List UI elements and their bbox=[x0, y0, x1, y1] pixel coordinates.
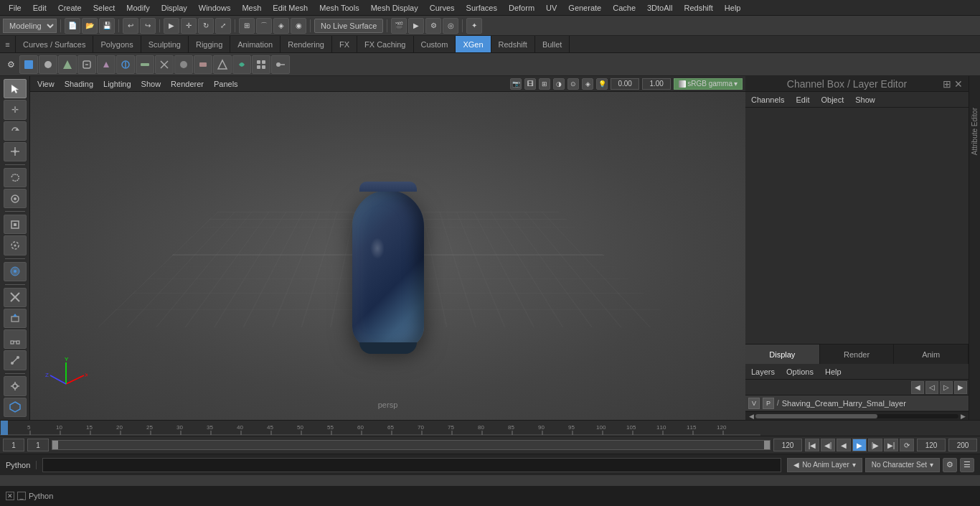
tab-xgen[interactable]: XGen bbox=[456, 36, 491, 52]
tab-fx[interactable]: FX bbox=[332, 36, 357, 52]
extrude-button[interactable] bbox=[4, 309, 27, 328]
xgen-icon[interactable]: ✦ bbox=[466, 18, 482, 34]
range-start-thumb[interactable] bbox=[52, 441, 58, 449]
loop-button[interactable]: ⟳ bbox=[900, 439, 914, 451]
tab-sculpting[interactable]: Sculpting bbox=[141, 36, 189, 52]
xgen-btn-1[interactable] bbox=[19, 55, 38, 74]
layer-prev-btn[interactable]: ◀ bbox=[911, 381, 924, 394]
max-frame-input[interactable] bbox=[917, 439, 946, 451]
total-frames-input[interactable] bbox=[948, 439, 977, 451]
xgen-btn-11[interactable] bbox=[213, 55, 232, 74]
viewport-menu-renderer[interactable]: Renderer bbox=[166, 76, 208, 91]
vp-xray-btn[interactable]: ⊙ bbox=[567, 78, 579, 90]
cb-tab-display[interactable]: Display bbox=[745, 345, 820, 364]
no-live-surface-button[interactable]: No Live Surface bbox=[314, 19, 383, 33]
menu-mesh[interactable]: Mesh bbox=[236, 2, 267, 14]
menu-redshift[interactable]: Redshift bbox=[678, 2, 718, 14]
select-tool[interactable]: ▶ bbox=[164, 18, 179, 34]
layer-prev2-btn[interactable]: ◁ bbox=[925, 381, 938, 394]
select-tool-button[interactable] bbox=[4, 79, 27, 98]
connect-button[interactable] bbox=[4, 350, 27, 370]
no-char-set-button[interactable]: No Character Set ▾ bbox=[865, 458, 940, 472]
skip-to-start-button[interactable]: |◀ bbox=[805, 439, 819, 451]
snap-btn-2[interactable] bbox=[4, 235, 27, 255]
layer-row-1[interactable]: V P / Shaving_Cream_Harry_Smal_layer bbox=[745, 395, 969, 411]
pivot-button[interactable] bbox=[4, 376, 27, 395]
tab-rigging[interactable]: Rigging bbox=[189, 36, 230, 52]
cb-menu-edit[interactable]: Edit bbox=[790, 92, 815, 107]
python-tab-label[interactable]: Python bbox=[6, 461, 30, 469]
multi-cut-button[interactable] bbox=[4, 288, 27, 307]
menu-mesh-display[interactable]: Mesh Display bbox=[365, 2, 424, 14]
tab-redshift[interactable]: Redshift bbox=[491, 36, 535, 52]
menu-modify[interactable]: Modify bbox=[121, 2, 155, 14]
xgen-btn-7[interactable] bbox=[136, 55, 154, 74]
paint-select-button[interactable] bbox=[4, 189, 27, 208]
tab-rendering[interactable]: Rendering bbox=[281, 36, 332, 52]
vp-shading-btn[interactable]: ◑ bbox=[553, 78, 565, 90]
range-end-thumb[interactable] bbox=[764, 441, 770, 449]
snap-tool-button[interactable] bbox=[4, 215, 27, 234]
viewport-menu-show[interactable]: Show bbox=[137, 76, 166, 91]
menu-edit[interactable]: Edit bbox=[27, 2, 52, 14]
xgen-btn-13[interactable] bbox=[252, 55, 270, 74]
tab-bullet[interactable]: Bullet bbox=[535, 36, 570, 52]
xgen-btn-10[interactable] bbox=[194, 55, 212, 74]
render-view-button[interactable]: 🎬 bbox=[391, 18, 407, 34]
cb-menu-channels[interactable]: Channels bbox=[745, 92, 790, 107]
cb-menu-object[interactable]: Object bbox=[815, 92, 849, 107]
snap-view[interactable]: ◉ bbox=[291, 18, 306, 34]
layers-menu-help[interactable]: Help bbox=[819, 364, 847, 379]
xgen-side-button[interactable] bbox=[4, 398, 27, 417]
menu-generate[interactable]: Generate bbox=[562, 2, 607, 14]
vp-lighting2-btn[interactable]: 💡 bbox=[596, 78, 608, 90]
frame-start-input[interactable] bbox=[27, 439, 49, 451]
vp-camera-btn[interactable]: 📷 bbox=[510, 78, 522, 90]
workspace-select[interactable]: Modeling bbox=[3, 19, 57, 33]
timeline[interactable]: 5 10 15 20 25 30 35 40 45 50 55 60 65 70… bbox=[0, 420, 980, 436]
menu-curves[interactable]: Curves bbox=[424, 2, 461, 14]
xgen-btn-12[interactable] bbox=[232, 55, 251, 74]
step-forward-button[interactable]: |▶ bbox=[868, 439, 882, 451]
new-scene-button[interactable]: 📄 bbox=[65, 18, 80, 34]
menu-display[interactable]: Display bbox=[156, 2, 193, 14]
vp-film-btn[interactable]: 🎞 bbox=[524, 78, 536, 90]
soft-select-button[interactable] bbox=[4, 262, 27, 281]
bridge-button[interactable] bbox=[4, 329, 27, 349]
undo-button[interactable]: ↩ bbox=[123, 18, 138, 34]
viewport-menu-shading[interactable]: Shading bbox=[60, 76, 98, 91]
skip-to-end-button[interactable]: ▶| bbox=[884, 439, 898, 451]
viewport-menu-view[interactable]: View bbox=[33, 76, 59, 91]
cb-tab-anim[interactable]: Anim bbox=[894, 345, 969, 364]
rotate-tool[interactable]: ↻ bbox=[198, 18, 214, 34]
layer-next2-btn[interactable]: ▷ bbox=[940, 381, 953, 394]
menu-surfaces[interactable]: Surfaces bbox=[461, 2, 503, 14]
settings-icon[interactable]: ⚙ bbox=[3, 57, 19, 72]
xgen-btn-4[interactable] bbox=[77, 55, 96, 74]
scale-tool[interactable]: ⤢ bbox=[215, 18, 231, 34]
scroll-track[interactable] bbox=[755, 414, 958, 418]
menu-windows[interactable]: Windows bbox=[193, 2, 237, 14]
layer-visibility-toggle[interactable]: V bbox=[748, 398, 760, 409]
snap-grid[interactable]: ⊞ bbox=[239, 18, 255, 34]
play-forward-button[interactable]: ▶ bbox=[852, 439, 867, 451]
xgen-btn-2[interactable] bbox=[39, 55, 57, 74]
python-window-close[interactable]: ✕ bbox=[6, 492, 14, 500]
render-settings-button[interactable]: ⚙ bbox=[425, 18, 441, 34]
redo-button[interactable]: ↪ bbox=[140, 18, 156, 34]
move-tool[interactable]: ✛ bbox=[181, 18, 197, 34]
tab-fx-caching[interactable]: FX Caching bbox=[357, 36, 413, 52]
scroll-left-arrow[interactable]: ◀ bbox=[747, 412, 755, 421]
ipr-render-button[interactable]: ▶ bbox=[408, 18, 424, 34]
char-set-settings-btn[interactable]: ⚙ bbox=[943, 458, 957, 472]
scale-tool-button[interactable] bbox=[4, 142, 27, 161]
scroll-thumb[interactable] bbox=[755, 414, 877, 418]
cb-menu-show[interactable]: Show bbox=[849, 92, 881, 107]
tab-polygons[interactable]: Polygons bbox=[93, 36, 141, 52]
anim-layer-settings-btn[interactable]: ☰ bbox=[960, 458, 974, 472]
horizontal-scrollbar[interactable]: ◀ ▶ bbox=[745, 411, 969, 420]
cb-tab-render[interactable]: Render bbox=[820, 345, 895, 364]
xgen-btn-6[interactable] bbox=[116, 55, 135, 74]
current-frame-input[interactable] bbox=[3, 439, 24, 451]
save-scene-button[interactable]: 💾 bbox=[99, 18, 115, 34]
